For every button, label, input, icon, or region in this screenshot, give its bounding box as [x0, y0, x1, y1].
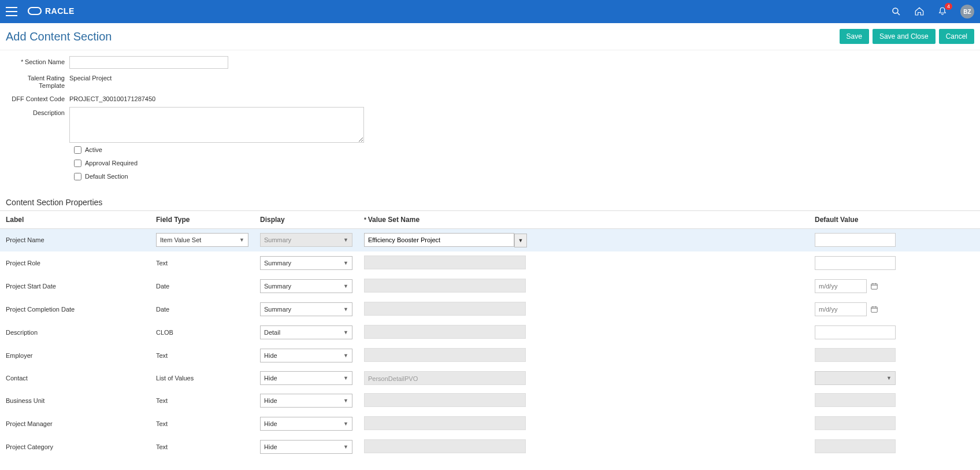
chevron-down-icon: ▼: [343, 353, 348, 358]
active-checkbox[interactable]: [74, 146, 81, 154]
table-row[interactable]: Project ManagerTextHide▼: [0, 412, 980, 435]
row-display: Detail▼: [254, 321, 358, 344]
row-field-type: Text: [150, 251, 254, 275]
oracle-logo[interactable]: RACLE: [28, 6, 97, 18]
value-set-disabled: [364, 393, 526, 407]
row-display: Hide▼: [254, 389, 358, 412]
section-name-input[interactable]: [69, 56, 228, 69]
row-label: Project Name: [0, 228, 150, 251]
calendar-icon[interactable]: [869, 304, 879, 314]
col-display: Display: [254, 210, 358, 228]
row-value-set: [358, 412, 809, 435]
row-value-set: [358, 321, 809, 344]
home-icon[interactable]: [914, 6, 925, 17]
row-label: Project Start Date: [0, 275, 150, 298]
row-default-value: [809, 412, 980, 435]
table-row[interactable]: DescriptionCLOBDetail▼: [0, 321, 980, 344]
row-field-type: Date: [150, 275, 254, 298]
display-select[interactable]: Hide▼: [260, 349, 352, 362]
value-set-input[interactable]: [364, 233, 514, 247]
page-title: Add Content Section: [6, 30, 112, 43]
row-default-value: [809, 298, 980, 321]
row-field-type: Text: [150, 389, 254, 412]
talent-rating-template-label: Talent Rating Template: [6, 72, 69, 90]
talent-rating-template-value: Special Project: [69, 72, 112, 82]
section-name-label: Section Name: [6, 56, 69, 66]
save-button[interactable]: Save: [840, 29, 869, 44]
row-display: Hide▼: [254, 367, 358, 389]
row-label: Project Role: [0, 251, 150, 275]
chevron-down-icon: ▼: [343, 306, 348, 312]
value-set-disabled: [364, 416, 526, 430]
display-select[interactable]: Hide▼: [260, 417, 352, 431]
default-value-input[interactable]: [815, 256, 896, 270]
default-value-date-input[interactable]: [815, 279, 867, 293]
row-value-set: [358, 298, 809, 321]
table-row[interactable]: ContactList of ValuesHide▼PersonDetailPV…: [0, 367, 980, 389]
properties-table: Label Field Type Display Value Set Name …: [0, 210, 980, 458]
value-set-disabled: [364, 256, 526, 269]
approval-required-label: Approval Required: [85, 160, 138, 166]
row-value-set: PersonDetailPVO: [358, 367, 809, 389]
row-display: Summary▼: [254, 298, 358, 321]
value-set-dropdown-button[interactable]: ▼: [514, 234, 527, 247]
global-header: RACLE 4 BZ: [0, 0, 980, 23]
search-icon[interactable]: [891, 6, 901, 17]
display-select[interactable]: Summary▼: [260, 279, 352, 293]
row-value-set: ▼: [358, 228, 809, 251]
chevron-down-icon: ▼: [343, 260, 348, 266]
default-value-input[interactable]: [815, 325, 896, 339]
table-row[interactable]: Project Completion DateDateSummary▼: [0, 298, 980, 321]
content-section-properties-title: Content Section Properties: [0, 192, 980, 210]
dff-context-code-label: DFF Context Code: [6, 93, 69, 103]
table-row[interactable]: Project Start DateDateSummary▼: [0, 275, 980, 298]
display-select[interactable]: Hide▼: [260, 371, 352, 385]
display-select[interactable]: Summary▼: [260, 256, 352, 270]
default-value-input[interactable]: [815, 233, 896, 247]
approval-required-checkbox[interactable]: [74, 160, 81, 167]
svg-rect-8: [871, 306, 878, 312]
row-value-set: [358, 275, 809, 298]
chevron-down-icon: ▼: [343, 283, 348, 289]
default-section-checkbox[interactable]: [74, 173, 81, 180]
svg-rect-0: [28, 8, 41, 14]
table-row[interactable]: Project RoleTextSummary▼: [0, 251, 980, 275]
default-value-disabled: [815, 348, 896, 362]
table-row[interactable]: EmployerTextHide▼: [0, 344, 980, 367]
default-value-date-input[interactable]: [815, 302, 867, 316]
row-field-type: Text: [150, 344, 254, 367]
notifications-icon[interactable]: 4: [937, 6, 948, 17]
col-value-set-name: Value Set Name: [358, 210, 809, 228]
svg-point-2: [893, 8, 898, 13]
value-set-disabled: [364, 279, 526, 293]
active-label: Active: [85, 146, 102, 153]
display-select[interactable]: Detail▼: [260, 325, 352, 339]
save-and-close-button[interactable]: Save and Close: [873, 29, 936, 44]
svg-line-3: [897, 13, 900, 15]
table-row[interactable]: Business UnitTextHide▼: [0, 389, 980, 412]
table-row[interactable]: Project CategoryTextHide▼: [0, 435, 980, 458]
cancel-button[interactable]: Cancel: [939, 29, 974, 44]
menu-icon[interactable]: [6, 7, 17, 16]
default-section-label: Default Section: [85, 173, 128, 180]
calendar-icon[interactable]: [869, 281, 879, 291]
display-select[interactable]: Hide▼: [260, 394, 352, 408]
description-input[interactable]: [69, 107, 364, 143]
dff-context-code-value: PROJECT_300100171287450: [69, 93, 155, 102]
display-select[interactable]: Summary▼: [260, 302, 352, 316]
display-select[interactable]: Hide▼: [260, 440, 352, 454]
row-field-type: Item Value Set▼: [150, 228, 254, 251]
default-value-disabled: [815, 416, 896, 430]
field-type-select[interactable]: Item Value Set▼: [156, 233, 248, 247]
avatar[interactable]: BZ: [960, 5, 974, 18]
row-field-type: Text: [150, 435, 254, 458]
row-value-set: [358, 251, 809, 275]
table-row[interactable]: Project NameItem Value Set▼Summary▼▼: [0, 228, 980, 251]
default-value-disabled: [815, 439, 896, 453]
row-default-value: [809, 389, 980, 412]
row-default-value: [809, 435, 980, 458]
row-value-set: [358, 435, 809, 458]
value-set-disabled: PersonDetailPVO: [364, 371, 526, 385]
form-area: Section Name Talent Rating Template Spec…: [0, 50, 980, 192]
chevron-down-icon: ▼: [343, 421, 348, 427]
